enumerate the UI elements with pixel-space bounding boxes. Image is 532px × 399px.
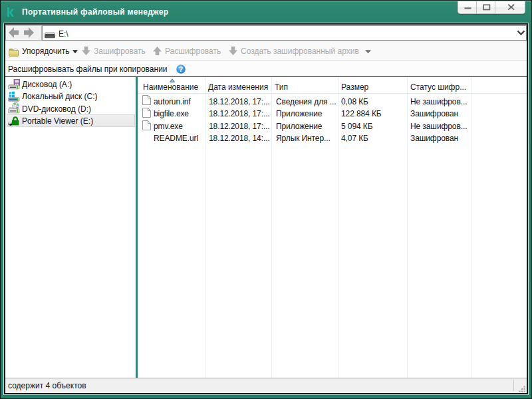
svg-text:?: ? [179, 65, 183, 73]
